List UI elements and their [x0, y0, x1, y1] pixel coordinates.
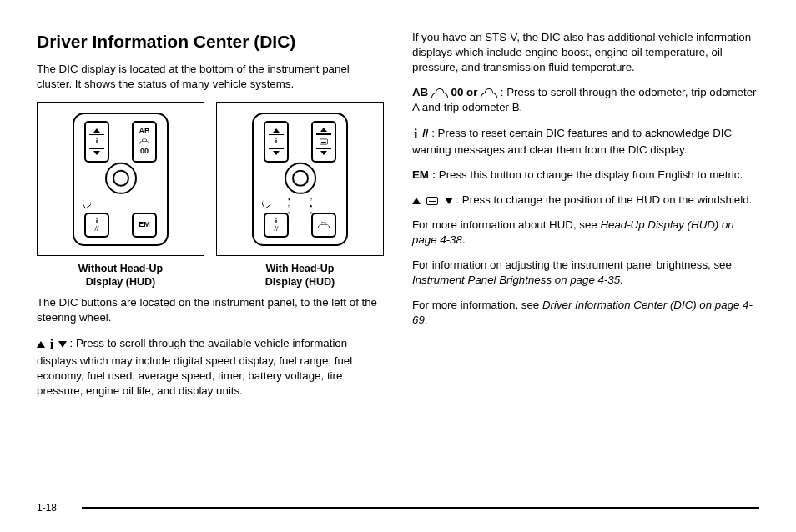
figures-row: i AB 00 i// EM	[37, 102, 384, 289]
down-arrow-icon	[58, 341, 67, 348]
info-rocker-button: i	[264, 121, 289, 163]
buttons-location-text: The DIC buttons are located on the instr…	[37, 295, 384, 325]
dimmer-icon	[81, 198, 93, 209]
figure-caption: Without Head-Up Display (HUD)	[37, 263, 204, 289]
up-arrow-icon	[412, 198, 421, 204]
figure-without-hud: i AB 00 i// EM	[37, 102, 204, 289]
control-panel-without-hud: i AB 00 i// EM	[73, 113, 169, 246]
right-column: If you have an STS-V, the DIC also has a…	[412, 30, 759, 409]
figure-caption: With Head-Up Display (HUD)	[216, 263, 384, 289]
manual-page: Driver Information Center (DIC) The DIC …	[0, 0, 796, 409]
stsv-paragraph: If you have an STS-V, the DIC also has a…	[412, 30, 759, 75]
hud-screen-icon	[426, 197, 438, 205]
odometer-paragraph: AB 00 or : Press to scroll through the o…	[412, 85, 759, 115]
hud-reference: For more information about HUD, see Head…	[412, 218, 759, 248]
figure-box: i ▪▫▫ ▫▪▫ i//	[216, 102, 384, 256]
car-icon	[481, 88, 497, 98]
page-footer: 1-18	[37, 502, 759, 514]
reset-paragraph: i // : Press to reset certain DIC featur…	[412, 125, 759, 158]
info-scroll-paragraph: i : Press to scroll through the availabl…	[37, 335, 384, 398]
figure-box: i AB 00 i// EM	[37, 102, 204, 256]
section-title: Driver Information Center (DIC)	[37, 30, 384, 53]
reset-button: i//	[264, 213, 289, 238]
info-i-icon: i	[48, 335, 55, 354]
page-number: 1-18	[37, 502, 57, 514]
em-paragraph: EM : Press this button to change the dis…	[412, 168, 759, 183]
center-dial	[285, 163, 316, 194]
hud-position-rocker-button	[311, 121, 336, 163]
em-button: EM	[132, 213, 157, 238]
hud-select-button	[311, 213, 336, 238]
footer-rule	[82, 507, 759, 509]
brightness-indicator-left: ▪▫▫	[288, 196, 290, 216]
dic-reference: For more information, see Driver Informa…	[412, 298, 759, 328]
brightness-indicator-right: ▫▪▫	[310, 196, 312, 216]
intro-paragraph: The DIC display is located at the bottom…	[37, 62, 384, 92]
info-rocker-button: i	[84, 121, 109, 163]
left-column: Driver Information Center (DIC) The DIC …	[37, 30, 384, 409]
down-arrow-icon	[445, 198, 453, 204]
odometer-rocker-button: AB 00	[132, 121, 157, 163]
up-arrow-icon	[37, 341, 45, 348]
control-panel-with-hud: i ▪▫▫ ▫▪▫ i//	[252, 113, 348, 246]
hud-position-paragraph: : Press to change the position of the HU…	[412, 193, 759, 208]
dimmer-icon	[260, 198, 272, 209]
reset-button: i//	[84, 213, 109, 238]
brightness-reference: For information on adjusting the instrum…	[412, 258, 759, 288]
car-icon	[431, 88, 448, 98]
figure-with-hud: i ▪▫▫ ▫▪▫ i//	[216, 102, 384, 289]
center-dial	[105, 163, 137, 194]
